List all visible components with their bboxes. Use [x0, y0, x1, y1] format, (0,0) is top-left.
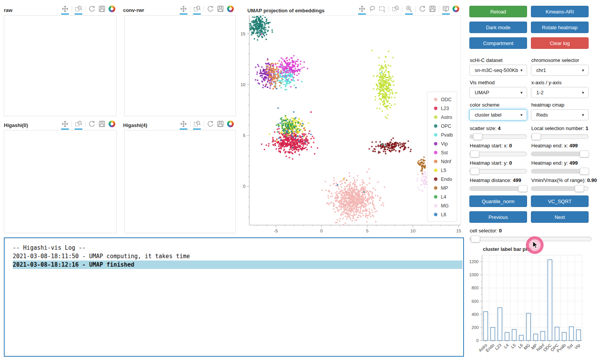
legend-label: L5 [441, 168, 446, 173]
slider-label: Heatmap end: x: 499 [531, 143, 589, 149]
clear-log-button[interactable]: Clear log [531, 37, 589, 49]
quantile-norm-button[interactable]: Quantile_norm [469, 195, 527, 207]
vc-sqrt-button[interactable]: VC_SQRT [531, 195, 589, 207]
slider-track[interactable] [531, 169, 589, 174]
toolbar-separator [190, 121, 190, 127]
slider-handle[interactable] [470, 168, 479, 175]
local-selection-number-slider: Local selection number: 1 [531, 122, 589, 139]
box-zoom-tool-icon[interactable] [74, 5, 83, 13]
heatmap-end-x-slider: Heatmap end: x: 499 [531, 139, 589, 156]
bokeh-logo-icon[interactable] [108, 120, 116, 128]
slider-track[interactable] [531, 134, 589, 139]
higashi4-plot-canvas[interactable] [124, 130, 236, 233]
save-tool-icon[interactable] [98, 5, 106, 13]
slider-track[interactable] [469, 169, 527, 174]
compartment-button[interactable]: Compartment [469, 37, 527, 49]
select-label: chromosome selector [531, 57, 589, 63]
bokeh-logo-icon[interactable] [226, 5, 235, 13]
slider-handle[interactable] [518, 185, 527, 192]
bokeh-logo-icon[interactable] [452, 5, 460, 13]
select-value: Reds [536, 112, 548, 118]
legend-label: MP [441, 185, 448, 191]
lasso-select-tool-icon[interactable] [368, 5, 376, 13]
higashi0-plot-canvas[interactable] [4, 130, 117, 233]
slider-handle[interactable] [471, 235, 480, 242]
save-tool-icon[interactable] [216, 5, 225, 13]
pan-tool-icon[interactable] [358, 5, 366, 13]
slider-handle[interactable] [532, 133, 541, 140]
reset-tool-icon[interactable] [206, 5, 215, 13]
legend-entry-vip: Vip [427, 139, 457, 148]
box-zoom-tool-icon[interactable] [74, 120, 83, 128]
legend-label: Ndnf [441, 159, 451, 164]
save-tool-icon[interactable] [98, 120, 106, 128]
box-select-tool-icon[interactable] [378, 5, 386, 13]
next-button[interactable]: Next [531, 211, 589, 223]
control-panel: ReloadKmeans-ARIDark modeRotate heatmapC… [469, 6, 590, 241]
pan-tool-icon[interactable] [179, 120, 188, 128]
svg-text:MG: MG [523, 343, 531, 351]
reset-tool-icon[interactable] [88, 120, 96, 128]
chevron-down-icon: ▼ [581, 68, 585, 72]
chromosome-selector-field: chromosome selectorchr1▼ [531, 53, 589, 76]
schi-c-dataset-select[interactable]: sn-m3C-seq-500Kb▼ [469, 65, 527, 76]
legend-entry-odc: ODC [427, 95, 457, 104]
slider-track[interactable] [469, 186, 527, 191]
kmeans-ari-button[interactable]: Kmeans-ARI [531, 6, 589, 17]
x-axis-y-axis-select[interactable]: 1-2▼ [531, 87, 589, 98]
slider-handle[interactable] [473, 133, 482, 140]
heatmap-cmap-select[interactable]: Reds▼ [531, 109, 589, 120]
bokeh-logo-icon[interactable] [226, 120, 235, 128]
pan-tool-icon[interactable] [179, 5, 188, 13]
chevron-down-icon: ▼ [581, 113, 585, 117]
cell-selector-value: 0 [499, 228, 502, 234]
slider-label: Heatmap distance: 499 [470, 177, 527, 183]
svg-text:L5: L5 [510, 343, 517, 349]
previous-button[interactable]: Previous [469, 211, 527, 223]
vis-method-select[interactable]: UMAP▼ [469, 87, 527, 98]
select-value: cluster label [475, 112, 501, 118]
slider-track[interactable] [531, 152, 589, 156]
hover-tool-icon[interactable] [442, 5, 450, 13]
reset-tool-icon[interactable] [206, 120, 215, 128]
slider-handle[interactable] [580, 168, 589, 175]
box-zoom-tool-icon[interactable] [391, 5, 400, 13]
heatmap-start-y-slider: Heatmap start: y: 0 [469, 156, 527, 174]
legend-dot [434, 177, 437, 181]
reload-button[interactable]: Reload [469, 6, 527, 17]
legend-label: OPC [441, 124, 451, 129]
legend-dot [434, 98, 437, 101]
select-value: UMAP [475, 90, 489, 95]
reset-tool-icon[interactable] [418, 5, 427, 13]
pan-tool-icon[interactable] [61, 120, 69, 128]
heatmap-cmap-field: heatmap cmapReds▼ [531, 98, 589, 120]
slider-track[interactable] [469, 134, 527, 139]
slider-track[interactable] [531, 186, 589, 191]
legend-dot [434, 124, 437, 128]
box-zoom-tool-icon[interactable] [193, 5, 201, 13]
svg-text:0: 0 [476, 338, 479, 343]
slider-track[interactable] [469, 152, 527, 156]
chromosome-selector-select[interactable]: chr1▼ [531, 65, 589, 76]
reset-tool-icon[interactable] [88, 5, 96, 13]
bar-plot-canvas[interactable]: 020040060080010001200AstroEndoL23L4L5L6M… [466, 251, 600, 363]
box-zoom-tool-icon[interactable] [193, 120, 201, 128]
slider-handle[interactable] [580, 150, 589, 157]
save-tool-icon[interactable] [216, 120, 225, 128]
legend-dot [434, 133, 437, 137]
log-line: -- Higashi-vis Log -- [13, 244, 462, 252]
slider-label: Local selection number: 1 [531, 125, 589, 131]
legend-dot [434, 195, 437, 199]
dark-mode-button[interactable]: Dark mode [469, 22, 527, 33]
x-axis-y-axis-field: x-axis / y-axis1-2▼ [531, 76, 589, 98]
bokeh-logo-icon[interactable] [108, 5, 116, 13]
rotate-heatmap-button[interactable]: Rotate heatmap [531, 22, 589, 33]
wheel-zoom-tool-icon[interactable] [405, 5, 413, 13]
color-scheme-select[interactable]: cluster label▼ [469, 109, 527, 120]
save-tool-icon[interactable] [428, 5, 437, 13]
raw-plot-canvas[interactable] [4, 15, 117, 116]
conv-rwr-plot-canvas[interactable] [124, 15, 236, 116]
slider-handle[interactable] [470, 150, 479, 157]
slider-handle[interactable] [575, 185, 584, 192]
pan-tool-icon[interactable] [61, 5, 69, 13]
